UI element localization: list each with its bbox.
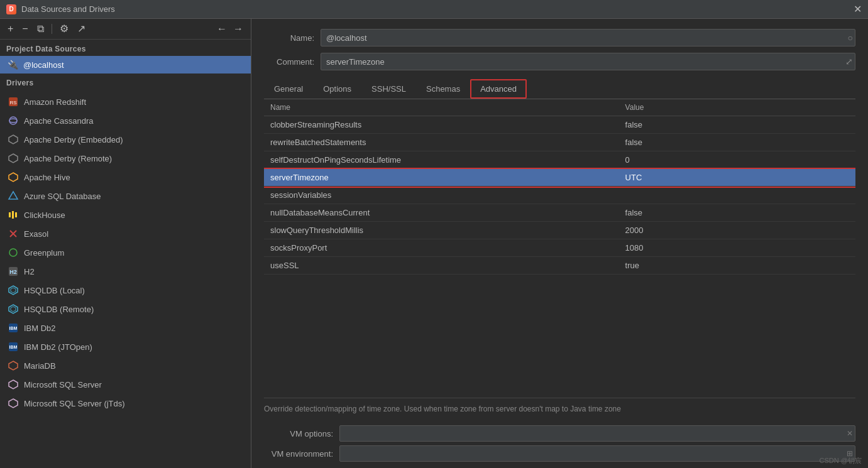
driver-icon xyxy=(8,171,19,183)
svg-point-2 xyxy=(9,119,17,122)
toolbar: + − ⧉ ⚙ ↗ ← → xyxy=(0,19,251,40)
svg-marker-6 xyxy=(9,173,18,182)
driver-item[interactable]: Microsoft SQL Server (jTds) xyxy=(0,394,251,413)
driver-label: Greenplum xyxy=(24,248,64,258)
settings-button[interactable]: ⚙ xyxy=(57,23,71,35)
tab-schemas[interactable]: Schemas xyxy=(416,79,470,99)
comment-expand-btn[interactable]: ⤢ xyxy=(845,57,853,67)
back-button[interactable]: ← xyxy=(214,23,229,35)
properties-table[interactable]: Name Value clobberStreamingResultsfalser… xyxy=(264,99,855,398)
driver-item[interactable]: Greenplum xyxy=(0,243,251,262)
driver-item[interactable]: IBMIBM Db2 xyxy=(0,318,251,337)
svg-point-3 xyxy=(9,117,17,124)
row-name: clobberStreamingResults xyxy=(264,116,619,134)
forward-button[interactable]: → xyxy=(231,23,246,35)
driver-icon xyxy=(8,379,19,390)
toolbar-divider xyxy=(52,24,52,34)
driver-item[interactable]: HSQLDB (Remote) xyxy=(0,300,251,318)
name-input-btn[interactable]: ○ xyxy=(848,33,853,43)
vm-environment-input[interactable] xyxy=(339,445,855,462)
driver-item[interactable]: HSQLDB (Local) xyxy=(0,281,251,300)
right-panel: Name: ○ Comment: ⤢ GeneralOptionsSSH/SSL… xyxy=(251,19,868,468)
copy-button[interactable]: ⧉ xyxy=(35,23,47,35)
driver-icon: H2 xyxy=(8,266,19,277)
driver-icon xyxy=(8,209,19,220)
driver-label: Azure SQL Database xyxy=(24,192,101,201)
table-row[interactable]: selfDestructOnPingSecondsLifetime0 xyxy=(264,151,855,169)
name-label: Name: xyxy=(264,33,314,43)
table-row[interactable]: slowQueryThresholdMillis2000 xyxy=(264,222,855,239)
table-row[interactable]: nullDatabaseMeansCurrentfalse xyxy=(264,204,855,222)
tab-advanced[interactable]: Advanced xyxy=(470,79,527,99)
driver-icon xyxy=(8,360,19,371)
tab-ssh-ssl[interactable]: SSH/SSL xyxy=(361,79,416,99)
vm-options-btn[interactable]: ✕ xyxy=(847,429,853,438)
driver-icon xyxy=(8,153,19,164)
driver-item[interactable]: Microsoft SQL Server xyxy=(0,375,251,394)
datasource-label: @localhost xyxy=(23,60,64,70)
comment-input[interactable] xyxy=(321,53,855,70)
close-button[interactable]: ✕ xyxy=(854,4,862,14)
advanced-table: Name Value clobberStreamingResultsfalser… xyxy=(264,99,855,275)
driver-item[interactable]: H2H2 xyxy=(0,262,251,281)
svg-text:IBM: IBM xyxy=(9,326,18,330)
comment-label: Comment: xyxy=(264,57,314,67)
driver-item[interactable]: Azure SQL Database xyxy=(0,187,251,205)
table-row[interactable]: useSSLtrue xyxy=(264,257,855,275)
svg-rect-8 xyxy=(9,212,11,217)
table-row[interactable]: clobberStreamingResultsfalse xyxy=(264,116,855,134)
driver-item[interactable]: ClickHouse xyxy=(0,205,251,224)
drivers-section: RSAmazon RedshiftApache CassandraApache … xyxy=(0,90,251,468)
col-header-name: Name xyxy=(264,99,619,116)
drivers-section-header: Drivers xyxy=(0,73,251,90)
driver-item[interactable]: Exasol xyxy=(0,224,251,243)
svg-marker-24 xyxy=(9,361,18,370)
export-button[interactable]: ↗ xyxy=(75,23,88,35)
vm-options-label: VM options: xyxy=(264,429,333,438)
row-value xyxy=(619,187,855,204)
driver-label: IBM Db2 xyxy=(24,324,56,333)
driver-label: Amazon Redshift xyxy=(24,97,86,107)
driver-item[interactable]: RSAmazon Redshift xyxy=(0,92,251,111)
driver-item[interactable]: MariaDB xyxy=(0,356,251,375)
driver-label: Microsoft SQL Server xyxy=(24,380,102,389)
tab-options[interactable]: Options xyxy=(313,79,361,99)
svg-marker-16 xyxy=(9,286,18,295)
svg-marker-4 xyxy=(9,135,18,144)
row-name: nullDatabaseMeansCurrent xyxy=(264,204,619,222)
add-button[interactable]: + xyxy=(5,23,16,35)
datasources-list: 🔌@localhost xyxy=(0,56,251,73)
table-row[interactable]: socksProxyPort1080 xyxy=(264,239,855,257)
driver-item[interactable]: Apache Cassandra xyxy=(0,111,251,130)
row-value: false xyxy=(619,134,855,151)
driver-item[interactable]: Apache Derby (Remote) xyxy=(0,149,251,168)
svg-marker-17 xyxy=(11,288,16,293)
project-section-header: Project Data Sources xyxy=(0,40,251,56)
driver-item[interactable]: IBMIBM Db2 (JTOpen) xyxy=(0,337,251,356)
table-row[interactable]: serverTimezoneUTC xyxy=(264,169,855,187)
datasource-icon: 🔌 xyxy=(8,60,18,70)
vm-options-input[interactable] xyxy=(339,425,855,442)
table-row[interactable]: sessionVariables xyxy=(264,187,855,204)
driver-item[interactable]: Apache Derby (Embedded) xyxy=(0,130,251,149)
driver-label: HSQLDB (Local) xyxy=(24,286,85,295)
driver-item[interactable]: Apache Hive xyxy=(0,168,251,187)
driver-label: HSQLDB (Remote) xyxy=(24,305,94,314)
row-value: false xyxy=(619,116,855,134)
svg-text:H2: H2 xyxy=(9,269,17,275)
table-row[interactable]: rewriteBatchedStatementsfalse xyxy=(264,134,855,151)
row-value: 2000 xyxy=(619,222,855,239)
row-name: sessionVariables xyxy=(264,187,619,204)
driver-icon xyxy=(8,398,19,409)
status-bar: CSDN @钥宸 xyxy=(813,454,868,468)
name-input[interactable] xyxy=(321,29,855,46)
datasource-item[interactable]: 🔌@localhost xyxy=(0,56,251,73)
vm-section: VM options: ✕ VM environment: ⊞ xyxy=(264,425,855,462)
svg-rect-10 xyxy=(15,212,17,217)
vm-options-row: VM options: ✕ xyxy=(264,425,855,442)
remove-button[interactable]: − xyxy=(19,23,30,35)
driver-icon: IBM xyxy=(8,341,19,352)
vm-environment-row: VM environment: ⊞ xyxy=(264,445,855,462)
tab-general[interactable]: General xyxy=(264,79,313,99)
main-container: + − ⧉ ⚙ ↗ ← → Project Data Sources 🔌@loc… xyxy=(0,19,868,468)
